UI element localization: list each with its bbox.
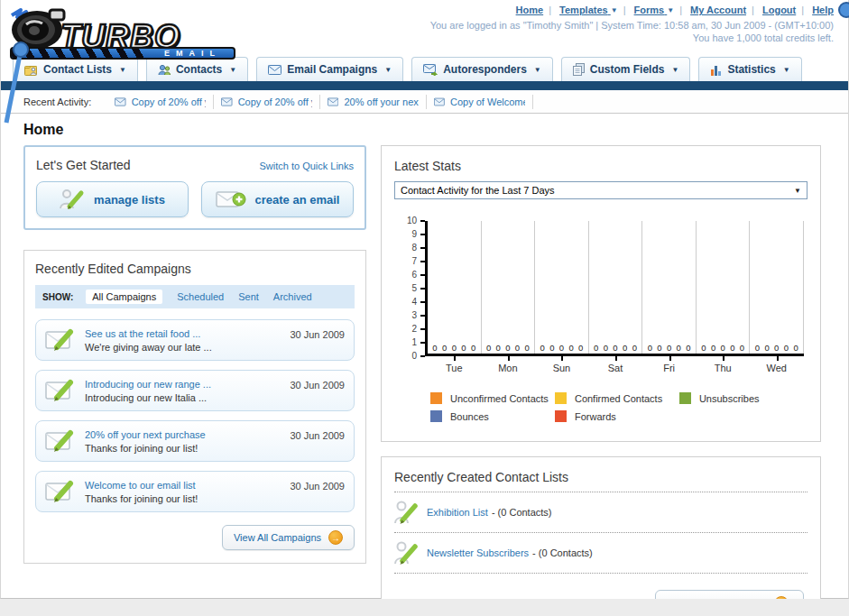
campaign-item[interactable]: Welcome to our email list Thanks for joi… (35, 471, 355, 512)
manage-lists-icon (60, 188, 85, 210)
logo-bar: EMAIL (10, 47, 235, 60)
recent-activity-item[interactable]: Copy of 20% off yo (107, 95, 214, 109)
chart-x-label: Sun (535, 363, 588, 373)
chart-x-label: Tue (428, 363, 481, 373)
contact-list-count: - (0 Contacts) (532, 547, 593, 558)
view-all-campaigns-button[interactable]: View All Campaigns → (222, 525, 355, 550)
campaign-envelope-pencil-icon (45, 428, 76, 454)
campaign-filter[interactable]: Sent (238, 291, 259, 302)
contact-lists-panel: Recently Created Contact Lists Exhibitio… (381, 456, 821, 616)
statistics-icon (710, 64, 722, 76)
legend-item: Confirmed Contacts (555, 392, 679, 404)
tab-autoresponders[interactable]: Autoresponders▼ (411, 57, 553, 81)
recent-activity-item[interactable]: 20% off your next p (320, 95, 427, 109)
legend-item: Forwards (555, 410, 679, 422)
contact-list-name[interactable]: Newsletter Subscribers (427, 547, 529, 558)
chevron-down-icon: ▼ (611, 6, 618, 14)
campaigns-filter-bar: SHOW: All Campaigns Scheduled Sent Archi… (35, 285, 355, 308)
campaign-title[interactable]: Introducing our new range ... (85, 379, 281, 390)
legend-swatch (555, 410, 567, 422)
chart-x-label: Wed (750, 363, 803, 373)
tab-email-campaigns[interactable]: Email Campaigns▼ (256, 57, 403, 81)
legend-item: Bounces (430, 410, 555, 422)
contact-list-name[interactable]: Exhibition List (427, 507, 488, 518)
campaign-date: 30 Jun 2009 (290, 329, 345, 340)
create-email-button[interactable]: create an email (201, 181, 354, 217)
recent-activity-item[interactable]: Copy of Welcome to (427, 95, 533, 109)
recent-activity-item[interactable]: Copy of 20% off yo (214, 95, 320, 109)
campaign-envelope-pencil-icon (45, 479, 76, 504)
campaign-date: 30 Jun 2009 (290, 481, 345, 492)
tab-statistics[interactable]: Statistics▼ (698, 57, 801, 81)
tab-custom-fields[interactable]: Custom Fields▼ (561, 57, 691, 81)
campaign-item[interactable]: 20% off your next purchase Thanks for jo… (35, 420, 355, 462)
recent-activity-bar: Recent Activity: Copy of 20% off yo Copy… (1, 90, 848, 114)
chart-y-axis: 109876543210 (398, 221, 425, 356)
link-my-account[interactable]: My Account (690, 5, 746, 15)
link-forms[interactable]: Forms ▼ (634, 5, 675, 15)
credits-info: You have 1,000 total credits left. (693, 32, 834, 43)
stats-period-dropdown[interactable]: Contact Activity for the Last 7 Days ▼ (394, 181, 807, 199)
contact-activity-chart: 109876543210 00000Tue00000Mon00000Sun000… (394, 221, 807, 356)
link-help[interactable]: Help (812, 5, 834, 15)
campaign-filter[interactable]: All Campaigns (86, 290, 162, 304)
app-page: TURBO EMAIL Home| Templates ▼| Forms ▼| … (0, 0, 849, 616)
campaign-filter[interactable]: Archived (273, 291, 312, 302)
chart-legend: Unconfirmed Contacts Confirmed Contacts … (430, 392, 807, 428)
link-home[interactable]: Home (516, 5, 544, 15)
legend-item: Unconfirmed Contacts (430, 392, 555, 404)
email-campaigns-icon (268, 65, 281, 75)
list-pencil-icon (394, 540, 418, 565)
logo-subtitle: EMAIL (164, 49, 221, 58)
campaign-envelope-pencil-icon (45, 378, 76, 403)
envelope-icon (115, 97, 125, 106)
arrow-right-icon: → (328, 530, 343, 545)
chevron-down-icon: ▼ (384, 66, 392, 74)
campaign-title[interactable]: Welcome to our email list (85, 480, 281, 491)
pin-decoration (1, 40, 30, 126)
campaign-title[interactable]: 20% off your next purchase (85, 429, 281, 440)
tab-contact-lists[interactable]: Contact Lists▼ (13, 57, 138, 81)
campaign-envelope-pencil-icon (45, 327, 76, 353)
campaign-subtitle: Thanks for joining our list! (85, 493, 281, 504)
corner-dot-decoration (838, 2, 849, 18)
app-logo: TURBO EMAIL (6, 3, 248, 60)
main-nav-tabs: Contact Lists▼ Contacts▼ Email Campaigns… (1, 56, 848, 81)
contact-list-item[interactable]: Exhibition List- (0 Contacts) (394, 492, 807, 533)
link-templates[interactable]: Templates ▼ (559, 5, 618, 15)
chart-x-label: Mon (482, 363, 535, 373)
latest-stats-title: Latest Stats (394, 159, 461, 173)
envelope-icon (328, 97, 338, 106)
switch-quick-links[interactable]: Switch to Quick Links (259, 161, 354, 171)
get-started-panel: Let's Get Started Switch to Quick Links … (23, 145, 366, 230)
link-logout[interactable]: Logout (762, 5, 796, 15)
logo-tread-stripes (12, 49, 147, 58)
campaign-subtitle: Thanks for joining our list! (85, 443, 281, 454)
main-content: TURBO EMAIL Home| Templates ▼| Forms ▼| … (0, 0, 849, 599)
campaign-filter[interactable]: Scheduled (177, 291, 224, 302)
campaign-title[interactable]: See us at the retail food ... (85, 328, 281, 339)
bottom-strip (0, 599, 849, 616)
chevron-down-icon: ▼ (794, 187, 801, 195)
manage-lists-button[interactable]: manage lists (36, 181, 189, 217)
campaign-item[interactable]: See us at the retail food ... We're givi… (35, 319, 355, 361)
chart-day-group: 00000Thu (697, 221, 751, 354)
chart-day-group: 00000Sun (535, 221, 589, 354)
custom-fields-icon (573, 63, 585, 76)
show-label: SHOW: (42, 292, 73, 302)
get-started-title: Let's Get Started (36, 158, 131, 172)
campaigns-panel: Recently Edited Campaigns SHOW: All Camp… (23, 250, 366, 564)
login-info: You are logged in as "Timothy Smith" | S… (430, 20, 834, 31)
latest-stats-panel: Latest Stats Contact Activity for the La… (381, 145, 821, 442)
contact-list-count: - (0 Contacts) (492, 507, 552, 518)
envelope-icon (434, 97, 445, 106)
contact-list-item[interactable]: Newsletter Subscribers- (0 Contacts) (394, 533, 807, 574)
campaigns-title: Recently Edited Campaigns (35, 262, 191, 276)
tab-contacts[interactable]: Contacts▼ (146, 57, 248, 81)
envelope-icon (221, 97, 232, 106)
campaign-subtitle: We're giving away our late ... (85, 342, 281, 353)
legend-swatch (555, 392, 567, 404)
create-email-icon (216, 189, 246, 209)
campaign-item[interactable]: Introducing our new range ... Introducin… (35, 370, 355, 411)
header: TURBO EMAIL Home| Templates ▼| Forms ▼| … (1, 0, 848, 56)
